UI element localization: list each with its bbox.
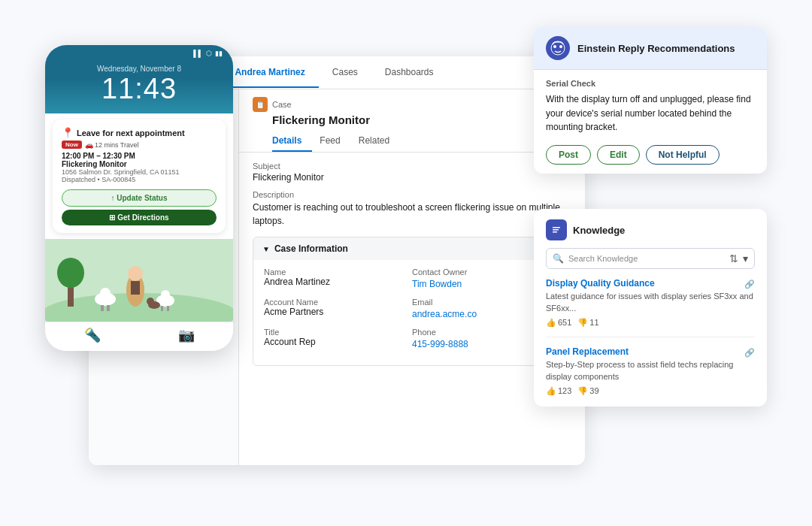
appointment-card: 📍 Leave for next appointment Now 🚗 12 mi… [53,119,226,233]
tab-andrea-martinez[interactable]: Andrea Martinez [221,58,318,88]
svg-rect-24 [553,227,560,228]
phone-link[interactable]: 415-999-8888 [412,339,468,349]
wifi-icon: ⬡ [206,50,212,57]
case-info-header[interactable]: ▼ Case Information [253,237,571,260]
case-label: 📋 Case [253,97,571,112]
appointment-name: Flickering Monitor [62,160,217,168]
knowledge-desc-1: Latest guidance for issues with display … [546,291,755,315]
case-info-section: ▼ Case Information Name Andrea Martinez … [253,237,571,366]
case-info-body: Name Andrea Martinez Contact Owner Tim B… [253,260,571,365]
phone-lock-screen: Wednesday, November 8 11:43 [45,57,233,113]
not-helpful-button[interactable]: Not Helpful [646,145,720,165]
svg-point-16 [147,298,154,305]
email-link[interactable]: andrea.acme.co [412,309,477,319]
battery-icon: ▮▮ [215,50,223,57]
sort-icon[interactable]: ⇅ [729,252,738,265]
phone-bottom-bar: 🔦 📷 [45,322,233,351]
knowledge-votes-2: 👍 123 👎 39 [546,386,755,396]
einstein-title: Einstein Reply Recommendations [577,43,735,54]
appointment-time: 12:00 PM – 12:30 PM [62,152,217,160]
search-placeholder: Search Knowledge [568,254,725,263]
thumbs-up-icon-1: 👍 [546,318,556,328]
search-icon: 🔍 [553,253,564,264]
case-title: Flickering Monitor [253,113,571,126]
einstein-body: Serial Check With the display turn off a… [534,70,767,174]
case-header: 📋 Case Flickering Monitor Details Feed R… [239,89,585,153]
phone-date: Wednesday, November 8 [45,65,233,73]
tab-cases[interactable]: Cases [319,58,371,88]
vote-up-1: 👍 651 [546,318,571,328]
description-label: Description [253,190,571,199]
edit-button[interactable]: Edit [597,145,640,165]
phone-time: 11:43 [45,74,233,103]
knowledge-header: Knowledge [546,219,755,240]
knowledge-desc-2: Step-by-Step process to assist field tec… [546,359,755,383]
svg-point-3 [57,258,84,288]
vote-down-2: 👎 39 [577,386,598,396]
case-tabs: Details Feed Related [253,131,571,152]
link-icon-2: 🔗 [744,348,755,358]
name-field: Name Andrea Martinez [264,268,412,290]
contact-owner-link[interactable]: Tim Bowden [412,279,462,289]
case-icon: 📋 [253,97,268,112]
signal-icon: ▌▌ [193,50,203,57]
filter-icon[interactable]: ▾ [743,252,748,265]
svg-rect-6 [131,281,140,295]
update-status-button[interactable]: ↑ Update Status [62,189,217,207]
camera-icon[interactable]: 📷 [178,327,195,343]
tab-details[interactable]: Details [272,131,312,152]
description-value: Customer is reaching out to troubleshoot… [253,201,571,228]
title-field: Title Account Rep [264,328,412,350]
svg-rect-25 [553,229,559,231]
console-main: 📋 Case Flickering Monitor Details Feed R… [239,89,585,465]
appointment-title: 📍 Leave for next appointment [62,127,217,138]
subject-value: Flickering Monitor [253,172,571,183]
svg-point-8 [100,288,111,298]
travel-badge: 🚗 12 mins Travel [85,141,139,149]
svg-rect-9 [101,305,104,311]
knowledge-icon [546,219,567,240]
einstein-card: Einstein Reply Recommendations Serial Ch… [534,27,767,174]
subject-label: Subject [253,162,571,171]
appointment-address: 1056 Salmon Dr. Springfield, CA 01151 [62,168,217,176]
phone-status-bar: ▌▌ ⬡ ▮▮ [45,45,233,57]
phone-card: ▌▌ ⬡ ▮▮ Wednesday, November 8 11:43 📍 Le… [45,45,233,351]
thumbs-down-icon-1: 👎 [577,318,588,328]
knowledge-item-1: Display Quality Guidance 🔗 Latest guidan… [546,278,755,337]
knowledge-votes-1: 👍 651 👎 11 [546,318,755,328]
tab-dashboards[interactable]: Dashboards [371,58,447,88]
appointment-dispatch: Dispatched • SA-000845 [62,176,217,183]
post-button[interactable]: Post [546,145,591,165]
chevron-down-icon: ▼ [262,245,270,253]
appointment-buttons: ↑ Update Status ⊞ Get Directions [62,189,217,225]
einstein-actions: Post Edit Not Helpful [546,145,755,165]
vote-down-1: 👎 11 [577,318,598,328]
tab-feed[interactable]: Feed [320,131,350,152]
svg-point-21 [553,45,556,48]
account-name-field: Account Name Acme Partners [264,298,412,320]
knowledge-link-2[interactable]: Panel Replacement [546,346,629,357]
vote-up-2: 👍 123 [546,386,571,396]
knowledge-item-2: Panel Replacement 🔗 Step-by-Step process… [546,346,755,396]
svg-point-5 [128,266,143,281]
svg-point-12 [161,290,170,299]
knowledge-search-bar[interactable]: 🔍 Search Knowledge ⇅ ▾ [546,248,755,269]
console-tabs: Andrea Martinez Cases Dashboards [221,58,447,88]
svg-rect-14 [167,306,169,311]
einstein-header: Einstein Reply Recommendations [534,27,767,70]
appointment-badges: Now 🚗 12 mins Travel [62,141,217,149]
link-icon-1: 🔗 [744,280,755,289]
get-directions-button[interactable]: ⊞ Get Directions [62,210,217,225]
svg-rect-10 [107,305,110,311]
flashlight-icon[interactable]: 🔦 [84,327,101,343]
svg-rect-26 [553,231,557,233]
pin-icon: 📍 [62,127,74,138]
svg-point-22 [559,45,562,48]
einstein-icon [546,36,570,60]
knowledge-title: Knowledge [573,225,625,236]
now-badge: Now [62,141,82,149]
case-body: Subject Flickering Monitor Description C… [239,153,585,465]
knowledge-link-1[interactable]: Display Quality Guidance [546,278,655,289]
serial-check-text: With the display turn off and unplugged,… [546,92,755,135]
tab-related[interactable]: Related [359,131,400,152]
